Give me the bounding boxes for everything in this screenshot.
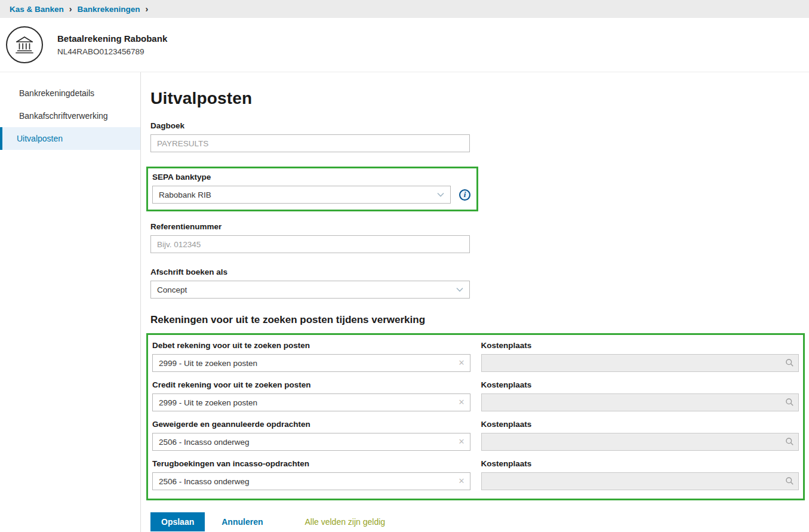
page-header: Betaalrekening Rabobank NL44RABO01234567… (0, 18, 809, 72)
clear-icon[interactable]: ✕ (459, 397, 465, 408)
validation-status-text: Alle velden zijn geldig (304, 517, 385, 527)
breadcrumb-separator-icon: › (146, 4, 149, 14)
sidebar-item-bankrekeningdetails[interactable]: Bankrekeningdetails (0, 82, 140, 104)
breadcrumb-link-bankrekeningen[interactable]: Bankrekeningen (77, 5, 140, 14)
breadcrumb-separator-icon: › (69, 4, 72, 14)
afschrift-boeken-als-select[interactable]: Concept (150, 281, 470, 299)
debet-rekening-input[interactable] (152, 354, 470, 372)
afschrift-boeken-als-label: Afschrift boeken als (150, 267, 470, 276)
clear-icon[interactable]: ✕ (459, 436, 465, 447)
kostenplaats-input[interactable] (481, 354, 799, 372)
sidebar-item-uitvalposten[interactable]: Uitvalposten (0, 127, 140, 150)
section-title-rekeningen: Rekeningen voor uit te zoeken posten tij… (150, 314, 809, 326)
debet-rekening-label: Debet rekening voor uit te zoeken posten (152, 341, 470, 350)
terugboekingen-input[interactable] (152, 472, 470, 490)
main-panel: Uitvalposten Dagboek SEPA banktype Rabob… (141, 72, 809, 532)
form-footer: Opslaan Annuleren Alle velden zijn geldi… (150, 512, 809, 531)
search-icon (785, 358, 794, 367)
account-title: Betaalrekening Rabobank (57, 33, 167, 44)
save-button[interactable]: Opslaan (150, 512, 205, 531)
account-identity: Betaalrekening Rabobank NL44RABO01234567… (57, 33, 167, 56)
dagboek-input[interactable] (150, 134, 470, 152)
bank-icon (6, 26, 43, 63)
search-icon (785, 398, 794, 407)
clear-icon[interactable]: ✕ (459, 476, 465, 487)
terugboekingen-label: Terugboekingen van incasso-opdrachten (152, 459, 470, 468)
field-dagboek: Dagboek (150, 121, 470, 152)
kostenplaats-label: Kostenplaats (481, 420, 799, 429)
content: Bankrekeningdetails Bankafschriftverwerk… (0, 72, 809, 532)
sidebar: Bankrekeningdetails Bankafschriftverwerk… (0, 72, 141, 532)
kostenplaats-input[interactable] (481, 433, 799, 451)
credit-rekening-label: Credit rekening voor uit te zoeken poste… (152, 380, 470, 389)
account-row-terugboekingen: Terugboekingen van incasso-opdrachten ✕ … (152, 459, 799, 490)
highlight-box-accounts: Debet rekening voor uit te zoeken posten… (146, 333, 805, 500)
kostenplaats-label: Kostenplaats (481, 459, 799, 468)
kostenplaats-label: Kostenplaats (481, 341, 799, 350)
geweigerde-opdrachten-label: Geweigerde en geannuleerde opdrachten (152, 420, 470, 429)
sepa-banktype-value: Rabobank RIB (159, 190, 211, 199)
cancel-link[interactable]: Annuleren (222, 517, 263, 527)
field-afschrift-boeken-als: Afschrift boeken als Concept (150, 267, 470, 299)
dagboek-label: Dagboek (150, 121, 470, 130)
chevron-down-icon (437, 192, 444, 197)
search-icon (785, 476, 794, 485)
info-icon[interactable]: i (459, 189, 470, 201)
kostenplaats-input[interactable] (481, 472, 799, 490)
account-row-geweigerde: Geweigerde en geannuleerde opdrachten ✕ … (152, 420, 799, 451)
afschrift-boeken-als-value: Concept (157, 285, 187, 294)
geweigerde-opdrachten-input[interactable] (152, 433, 470, 451)
page-title: Uitvalposten (150, 89, 809, 108)
breadcrumb-link-kas-en-banken[interactable]: Kas & Banken (10, 5, 64, 14)
sepa-banktype-select[interactable]: Rabobank RIB (152, 186, 451, 204)
account-iban: NL44RABO0123456789 (57, 47, 167, 56)
kostenplaats-label: Kostenplaats (481, 380, 799, 389)
credit-rekening-input[interactable] (152, 393, 470, 411)
referentienummer-label: Referentienummer (150, 222, 470, 231)
sepa-banktype-label: SEPA banktype (152, 173, 470, 182)
sidebar-item-bankafschriftverwerking[interactable]: Bankafschriftverwerking (0, 104, 140, 127)
referentienummer-input[interactable] (150, 235, 470, 253)
account-row-credit: Credit rekening voor uit te zoeken poste… (152, 380, 799, 411)
search-icon (785, 437, 794, 446)
breadcrumb: Kas & Banken › Bankrekeningen › (0, 0, 809, 18)
highlight-box-sepa: SEPA banktype Rabobank RIB i (146, 167, 478, 211)
field-referentienummer: Referentienummer (150, 222, 470, 253)
kostenplaats-input[interactable] (481, 393, 799, 411)
chevron-down-icon (456, 287, 463, 292)
account-row-debet: Debet rekening voor uit te zoeken posten… (152, 341, 799, 372)
clear-icon[interactable]: ✕ (459, 358, 465, 368)
